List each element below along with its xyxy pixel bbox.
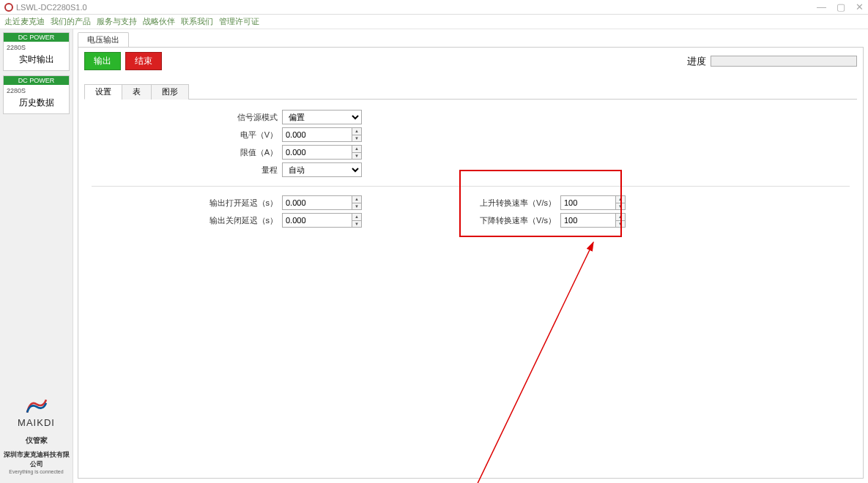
tab-chart[interactable]: 图形 [151, 84, 189, 100]
card-label: 实时输出 [7, 53, 66, 66]
menu-item-about[interactable]: 走近麦克迪 [4, 16, 45, 27]
main-panel: 输出 结束 进度 设置 表 图形 信号源模式 [78, 47, 864, 479]
tab-settings[interactable]: 设置 [84, 84, 122, 100]
menubar: 走近麦克迪 我们的产品 服务与支持 战略伙伴 联系我们 管理许可证 [0, 15, 868, 29]
card-label: 历史数据 [7, 97, 66, 109]
spin-up-icon[interactable]: ▲ [352, 146, 361, 153]
brand-logo-icon [23, 397, 50, 416]
titlebar-left: LSWL-DC2280S1.0 [4, 3, 87, 12]
form-area: 信号源模式 偏置 电平（V） ▲▼ [84, 100, 857, 241]
app-icon [4, 3, 13, 12]
main-tab-voltage-output[interactable]: 电压输出 [78, 32, 129, 47]
card-model: 2280S [7, 87, 66, 94]
menu-item-contact[interactable]: 联系我们 [181, 16, 213, 27]
card-header: DC POWER [4, 33, 69, 42]
signal-mode-label: 信号源模式 [92, 112, 282, 123]
spin-down-icon[interactable]: ▼ [616, 203, 625, 210]
card-model: 2280S [7, 44, 66, 51]
maximize-icon[interactable]: ▢ [837, 1, 845, 12]
close-delay-label: 输出关闭延迟（s） [92, 215, 282, 226]
annotation-arrow-icon [465, 239, 612, 483]
spin-down-icon[interactable]: ▼ [352, 221, 361, 228]
sidebar-brand: MAIKDI 仪管家 深圳市麦克迪科技有限公司 Everything is co… [3, 397, 70, 480]
menu-item-service[interactable]: 服务与支持 [97, 16, 137, 27]
window-title: LSWL-DC2280S1.0 [16, 3, 87, 12]
spin-up-icon[interactable]: ▲ [352, 128, 361, 135]
progress-label: 进度 [687, 55, 706, 68]
titlebar: LSWL-DC2280S1.0 ― ▢ ✕ [0, 0, 868, 15]
spin-down-icon[interactable]: ▼ [352, 203, 361, 210]
brand-company: 深圳市麦克迪科技有限公司 [3, 450, 70, 469]
sidebar: DC POWER 2280S 实时输出 DC POWER 2280S 历史数据 … [0, 29, 73, 483]
end-button[interactable]: 结束 [125, 52, 162, 70]
range-label: 量程 [92, 165, 282, 176]
divider [92, 186, 850, 187]
svg-line-0 [465, 242, 593, 483]
limit-input[interactable] [282, 145, 352, 160]
open-delay-label: 输出打开延迟（s） [92, 198, 282, 209]
spin-up-icon[interactable]: ▲ [352, 196, 361, 203]
level-label: 电平（V） [92, 130, 282, 141]
card-header: DC POWER [4, 76, 69, 85]
menu-item-partners[interactable]: 战略伙伴 [143, 16, 175, 27]
brand-name: MAIKDI [3, 417, 70, 428]
spin-up-icon[interactable]: ▲ [616, 196, 625, 203]
spin-down-icon[interactable]: ▼ [616, 221, 625, 228]
progress-bar [711, 56, 857, 67]
spin-down-icon[interactable]: ▼ [352, 153, 361, 160]
fall-rate-label: 下降转换速率（V/s） [472, 215, 560, 226]
menu-item-products[interactable]: 我们的产品 [51, 16, 91, 27]
spin-up-icon[interactable]: ▲ [352, 214, 361, 221]
brand-sub: 仪管家 [3, 435, 70, 446]
minimize-icon[interactable]: ― [817, 1, 826, 12]
sidebar-card-realtime[interactable]: DC POWER 2280S 实时输出 [3, 32, 70, 71]
spin-down-icon[interactable]: ▼ [352, 135, 361, 142]
limit-label: 限值（A） [92, 147, 282, 158]
close-delay-input[interactable] [282, 213, 352, 228]
open-delay-input[interactable] [282, 195, 352, 210]
range-select[interactable]: 自动 [282, 162, 362, 177]
sidebar-card-history[interactable]: DC POWER 2280S 历史数据 [3, 75, 70, 114]
rise-rate-label: 上升转换速率（V/s） [472, 198, 560, 209]
menu-item-license[interactable]: 管理许可证 [219, 16, 259, 27]
output-button[interactable]: 输出 [84, 52, 121, 70]
level-input[interactable] [282, 127, 352, 142]
rise-rate-input[interactable] [560, 195, 615, 210]
signal-mode-select[interactable]: 偏置 [282, 110, 362, 124]
tab-table[interactable]: 表 [122, 84, 152, 100]
brand-tag: Everything is connected [3, 469, 70, 474]
fall-rate-input[interactable] [560, 213, 615, 228]
spin-up-icon[interactable]: ▲ [616, 214, 625, 221]
close-icon[interactable]: ✕ [856, 1, 864, 12]
